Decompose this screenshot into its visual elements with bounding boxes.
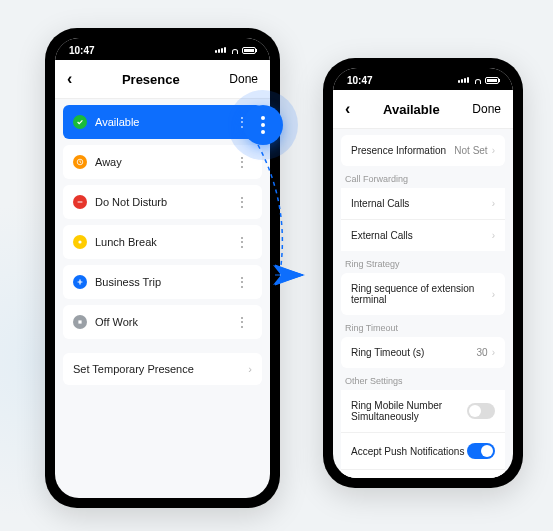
svg-point-2 — [78, 240, 81, 243]
ring-mobile-row: Ring Mobile Number Simultaneously — [341, 390, 505, 432]
chevron-right-icon: › — [492, 347, 495, 358]
ring-timeout-row[interactable]: Ring Timeout (s) 30 › — [341, 337, 505, 368]
arrow-head-icon — [273, 263, 307, 287]
setting-label: Internal Calls — [351, 198, 492, 209]
signal-icon — [215, 47, 226, 53]
dot-icon — [73, 235, 87, 249]
wifi-icon — [229, 46, 239, 54]
presence-option-off-work[interactable]: Off Work⋮ — [63, 305, 262, 339]
section-header-call-forwarding: Call Forwarding — [345, 174, 501, 184]
more-options-button[interactable]: ⋮ — [231, 315, 252, 329]
chevron-right-icon: › — [492, 198, 495, 209]
setting-label: Ring Timeout (s) — [351, 347, 477, 358]
presence-label: Off Work — [95, 316, 138, 328]
setting-value: Not Set — [454, 145, 487, 156]
more-options-fab[interactable] — [243, 105, 283, 145]
call-forwarding-group: Internal Calls › External Calls › — [341, 188, 505, 251]
setting-label: Ring Mobile Number Simultaneously — [351, 400, 467, 422]
done-button[interactable]: Done — [229, 72, 258, 86]
status-icons — [458, 76, 499, 84]
presence-label: Do Not Disturb — [95, 196, 167, 208]
check-icon — [73, 115, 87, 129]
set-temporary-presence-label: Set Temporary Presence — [73, 363, 194, 375]
dot-icon — [261, 130, 265, 134]
presence-label: Lunch Break — [95, 236, 157, 248]
plus-icon — [73, 275, 87, 289]
status-icons — [215, 46, 256, 54]
dot-icon — [261, 116, 265, 120]
ring-mobile-toggle[interactable] — [467, 403, 495, 419]
setting-label: Presence Information — [351, 145, 454, 156]
presence-label: Away — [95, 156, 122, 168]
page-title: Presence — [72, 72, 229, 87]
push-notifications-toggle[interactable] — [467, 443, 495, 459]
nav-header: ‹ Available Done — [333, 90, 513, 129]
phone-mockup-available-settings: 10:47 ‹ Available Done Presence Informat… — [323, 58, 523, 488]
battery-icon — [485, 77, 499, 84]
presence-label: Available — [95, 116, 139, 128]
ring-strategy-row[interactable]: Ring sequence of extension terminal › — [341, 273, 505, 315]
presence-information-row[interactable]: Presence Information Not Set › — [341, 135, 505, 166]
screen: 10:47 ‹ Available Done Presence Informat… — [333, 68, 513, 478]
minus-icon — [73, 195, 87, 209]
setting-value: 30 — [477, 347, 488, 358]
section-header-ring-timeout: Ring Timeout — [345, 323, 501, 333]
page-title: Available — [350, 102, 472, 117]
section-header-other-settings: Other Settings — [345, 376, 501, 386]
section-header-ring-strategy: Ring Strategy — [345, 259, 501, 269]
battery-icon — [242, 47, 256, 54]
done-button[interactable]: Done — [472, 102, 501, 116]
clock-icon — [73, 155, 87, 169]
presence-label: Business Trip — [95, 276, 161, 288]
wifi-icon — [472, 76, 482, 84]
nav-header: ‹ Presence Done — [55, 60, 270, 99]
chevron-right-icon: › — [492, 230, 495, 241]
internal-calls-row[interactable]: Internal Calls › — [341, 188, 505, 219]
status-bar: 10:47 — [333, 68, 513, 90]
chevron-right-icon: › — [248, 363, 252, 375]
status-bar: 10:47 — [55, 38, 270, 60]
square-icon — [73, 315, 87, 329]
chevron-right-icon: › — [492, 145, 495, 156]
push-notifications-row: Accept Push Notifications — [341, 432, 505, 469]
status-time: 10:47 — [69, 45, 95, 56]
settings-content: Presence Information Not Set › Call Forw… — [333, 129, 513, 478]
signal-icon — [458, 77, 469, 83]
other-settings-group: Ring Mobile Number Simultaneously Accept… — [341, 390, 505, 478]
agent-status-auto-switch-row[interactable]: Agent Status Auto Switch Do Nothing › — [341, 469, 505, 478]
setting-label: Ring sequence of extension terminal — [351, 283, 492, 305]
chevron-right-icon: › — [492, 289, 495, 300]
external-calls-row[interactable]: External Calls › — [341, 219, 505, 251]
setting-label: External Calls — [351, 230, 492, 241]
set-temporary-presence-row[interactable]: Set Temporary Presence› — [63, 353, 262, 385]
setting-label: Accept Push Notifications — [351, 446, 467, 457]
svg-rect-5 — [78, 320, 81, 323]
dot-icon — [261, 123, 265, 127]
status-time: 10:47 — [347, 75, 373, 86]
